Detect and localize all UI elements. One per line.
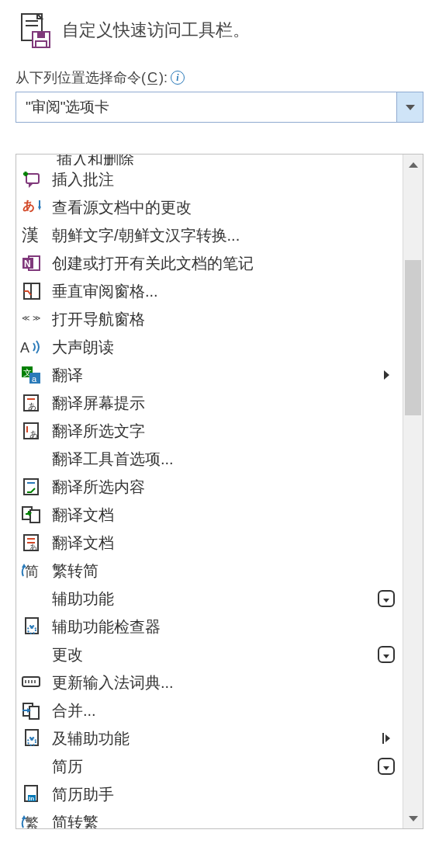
translate-doc-icon: あ [19,532,44,554]
list-item-label: 大声朗读 [52,337,367,358]
split-dropdown-icon [375,590,398,607]
list-item[interactable]: 繁 简转繁 [16,808,403,828]
list-item-label: 辅助功能检查器 [52,616,367,637]
list-item-label: 查看源文档中的更改 [52,197,367,218]
scroll-thumb[interactable] [405,260,421,415]
list-item[interactable]: 更新输入法词典... [16,668,403,696]
list-item[interactable]: 垂直审阅窗格... [16,277,403,305]
list-item[interactable]: 及辅助功能 [16,724,403,752]
list-item[interactable]: 简历 [16,752,403,780]
svg-text:繁: 繁 [25,815,39,828]
chevron-up-icon [409,162,418,168]
list-item[interactable]: in 简历助手 [16,780,403,808]
split-dropdown-icon [375,646,398,663]
choose-label-mnemonic: C [147,70,157,86]
svg-text:in: in [29,795,34,802]
translate-icon: 文 a [19,364,44,386]
svg-text:≫: ≫ [33,314,40,322]
list-item-label: 垂直审阅窗格... [52,281,367,302]
list-item[interactable]: 更改 [16,641,403,668]
read-aloud-icon: A [19,336,44,358]
list-item[interactable]: 翻译所选内容 [16,473,403,501]
trad-to-simp-icon: 简 [19,560,44,582]
list-item-label: 简转繁 [52,812,367,829]
list-item[interactable]: 合并... [16,696,403,724]
list-item-label: 简历助手 [52,784,367,805]
ime-dict-icon [19,672,44,693]
list-item-label: 合并... [52,700,367,721]
list-item[interactable]: あ 翻译文档 [16,529,403,557]
list-item[interactable]: 翻译工具首选项... [16,445,403,473]
dropdown-selected-value: "审阅"选项卡 [16,92,396,122]
list-item-label: 翻译所选内容 [52,477,367,498]
list-item-label: 翻译所选文字 [52,421,367,442]
list-item-label: 及辅助功能 [52,728,367,749]
scroll-down-button[interactable] [403,808,423,828]
svg-point-57 [30,738,33,741]
svg-text:N: N [24,259,31,269]
list-item[interactable]: あ 翻译屏幕提示 [16,389,403,417]
none-icon [19,448,44,470]
list-item-label: 繁转简 [52,561,367,582]
scroll-up-button[interactable] [403,155,423,175]
chevron-down-icon [406,105,415,110]
hanja-icon: 漢 [19,224,44,246]
list-item[interactable]: 简 繁转简 [16,557,403,585]
list-item[interactable]: N 创建或打开有关此文档的笔记 [16,249,403,277]
scrollbar[interactable] [403,155,423,828]
list-item[interactable]: 文 a 翻译 [16,361,403,389]
simp-to-trad-icon: 繁 [19,811,44,828]
list-item-label: 翻译工具首选项... [52,449,367,470]
list-item[interactable]: あ 翻译所选文字 [16,417,403,445]
list-item[interactable]: ≪ ≫ 打开导航窗格 [16,305,403,333]
svg-rect-52 [29,707,39,719]
separator-arrow-icon [375,733,398,744]
svg-point-45 [30,626,33,629]
customize-qat-icon [16,12,53,49]
none-icon [19,588,44,609]
vertical-review-icon [19,280,44,302]
svg-text:漢: 漢 [22,225,39,245]
commands-listbox[interactable]: 插入和删除 插入批注 あ 查看源文档中的更改 漢 朝鲜文字/朝鲜文汉字转换...… [16,155,403,828]
scroll-track[interactable] [403,175,423,808]
svg-text:あ: あ [29,543,37,551]
svg-text:a: a [32,374,37,384]
onenote-icon: N [19,252,44,274]
choose-commands-label: 从下列位置选择命令(C): i [16,68,423,87]
list-item[interactable]: あ 查看源文档中的更改 [16,193,403,221]
svg-text:あ: あ [22,199,35,213]
translate-selection-text-icon: あ [19,420,44,442]
list-item-label: 更改 [52,644,367,665]
list-item-label: 翻译 [52,365,367,386]
commands-listbox-container: 插入和删除 插入批注 あ 查看源文档中的更改 漢 朝鲜文字/朝鲜文汉字转换...… [16,154,423,829]
list-item[interactable]: 辅助功能 [16,585,403,613]
insert-comment-icon [19,168,44,190]
list-item-label: 创建或打开有关此文档的笔记 [52,253,367,274]
none-icon [19,644,44,665]
svg-text:あ: あ [28,401,36,411]
translate-doc-arrow-icon [19,504,44,526]
submenu-arrow-icon [375,370,398,380]
list-item[interactable]: 辅助功能检查器 [16,613,403,641]
info-icon[interactable]: i [171,71,185,85]
list-item[interactable]: A 大声朗读 [16,333,403,361]
svg-rect-35 [30,510,40,523]
choose-label-suffix: ): [159,70,168,86]
accessibility-check-icon [19,727,44,749]
list-item-label: 朝鲜文字/朝鲜文汉字转换... [52,225,367,246]
svg-marker-7 [29,183,33,188]
list-item[interactable]: 插入批注 [16,165,403,193]
list-item-label: 简历 [52,756,367,777]
translate-tips-icon: あ [19,392,44,414]
nav-pane-icon: ≪ ≫ [19,308,44,330]
list-item-label: 翻译文档 [52,533,367,554]
view-source-changes-icon: あ [19,196,44,218]
list-item[interactable]: 翻译文档 [16,501,403,529]
list-item[interactable]: 漢 朝鲜文字/朝鲜文汉字转换... [16,221,403,249]
list-item-label: 翻译屏幕提示 [52,393,367,414]
list-item-label: 更新输入法词典... [52,672,367,693]
svg-text:≪: ≪ [22,314,29,322]
combine-icon [19,700,44,721]
dropdown-toggle-button[interactable] [396,92,423,122]
commands-source-dropdown[interactable]: "审阅"选项卡 [16,92,423,123]
